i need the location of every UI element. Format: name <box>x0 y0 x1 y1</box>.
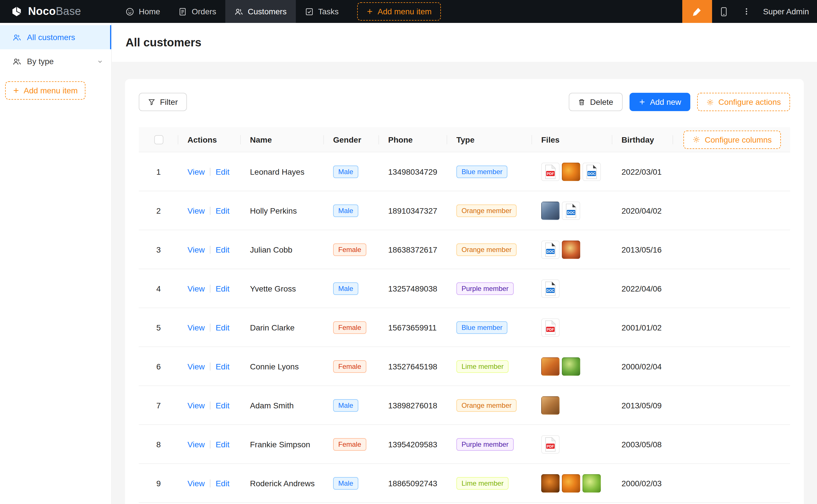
view-link[interactable]: View <box>187 284 205 293</box>
edit-link[interactable]: Edit <box>216 440 229 449</box>
row-index[interactable]: 5 <box>139 323 178 332</box>
ui-editor-button[interactable] <box>682 0 712 23</box>
column-header-birthday: Birthday <box>612 135 673 144</box>
nav-item-customers[interactable]: Customers <box>225 0 296 23</box>
image-thumbnail[interactable] <box>562 162 580 181</box>
image-thumbnail[interactable] <box>541 201 559 220</box>
image-thumbnail[interactable] <box>562 357 580 375</box>
row-index[interactable]: 8 <box>139 440 178 449</box>
view-link[interactable]: View <box>187 206 205 215</box>
edit-link[interactable]: Edit <box>216 479 229 488</box>
doc-icon: DOC <box>585 164 598 179</box>
image-thumbnail[interactable] <box>541 474 559 492</box>
nocobase-logo[interactable]: NocoBase <box>0 5 112 18</box>
image-thumbnail[interactable] <box>541 396 559 414</box>
nav-item-tasks[interactable]: Tasks <box>296 0 348 23</box>
edit-link[interactable]: Edit <box>216 323 229 332</box>
type-cell: Orange member <box>447 243 532 256</box>
select-all-checkbox[interactable] <box>154 135 163 144</box>
gender-cell: Male <box>324 477 379 489</box>
sidebar-add-menu-item-button[interactable]: Add menu item <box>5 81 85 100</box>
view-link[interactable]: View <box>187 323 205 332</box>
configure-columns-button[interactable]: Configure columns <box>684 130 781 149</box>
doc-file-thumbnail[interactable]: DOC <box>562 201 580 220</box>
delete-button[interactable]: Delete <box>569 93 623 111</box>
column-header-actions: Actions <box>178 135 241 144</box>
filter-icon <box>148 98 155 106</box>
row-index[interactable]: 9 <box>139 479 178 488</box>
gender-tag: Female <box>333 321 366 334</box>
filter-button[interactable]: Filter <box>139 93 187 111</box>
home-icon <box>125 7 134 16</box>
pdf-file-thumbnail[interactable]: PDF <box>541 162 559 181</box>
gender-tag: Female <box>333 243 366 256</box>
action-divider <box>210 362 211 370</box>
image-thumbnail[interactable] <box>562 240 580 259</box>
pdf-file-thumbnail[interactable]: PDF <box>541 435 559 453</box>
table-row: 8 ViewEdit Frankie Simpson Female 139542… <box>139 425 790 464</box>
pdf-file-thumbnail[interactable]: PDF <box>541 318 559 336</box>
row-index[interactable]: 7 <box>139 401 178 410</box>
view-link[interactable]: View <box>187 245 205 254</box>
kebab-menu-icon <box>743 7 751 15</box>
view-link[interactable]: View <box>187 167 205 176</box>
table-block-card: Filter Delete Add new <box>125 79 804 504</box>
view-link[interactable]: View <box>187 362 205 371</box>
image-thumbnail[interactable] <box>582 474 601 492</box>
edit-link[interactable]: Edit <box>216 167 229 176</box>
phone-cell: 18865092743 <box>379 479 447 488</box>
doc-file-thumbnail[interactable]: DOC <box>541 279 559 298</box>
row-index[interactable]: 3 <box>139 245 178 254</box>
gender-tag: Female <box>333 360 366 373</box>
phone-cell: 18638372617 <box>379 245 447 254</box>
name-cell: Adam Smith <box>241 401 324 410</box>
select-all-cell <box>139 135 178 144</box>
sidebar-item-all-customers[interactable]: All customers <box>0 25 111 49</box>
sidebar-item-by-type[interactable]: By type <box>0 49 111 73</box>
edit-link[interactable]: Edit <box>216 362 229 371</box>
row-index[interactable]: 2 <box>139 206 178 215</box>
birthday-cell: 2022/03/01 <box>612 167 673 176</box>
doc-file-thumbnail[interactable]: DOC <box>582 162 601 181</box>
orders-icon <box>178 7 187 16</box>
nav-item-home[interactable]: Home <box>116 0 169 23</box>
nav-add-menu-item-button[interactable]: Add menu item <box>357 2 441 21</box>
gender-tag: Male <box>333 477 358 489</box>
image-thumbnail[interactable] <box>541 357 559 375</box>
phone-cell: 13257489038 <box>379 284 447 293</box>
view-link[interactable]: View <box>187 440 205 449</box>
view-link[interactable]: View <box>187 401 205 410</box>
edit-link[interactable]: Edit <box>216 401 229 410</box>
action-divider <box>210 245 211 253</box>
configure-columns-label: Configure columns <box>705 135 772 144</box>
files-cell <box>532 474 612 492</box>
mobile-preview-button[interactable] <box>712 0 736 23</box>
name-cell: Yvette Gross <box>241 284 324 293</box>
row-index[interactable]: 1 <box>139 167 178 176</box>
doc-file-thumbnail[interactable]: DOC <box>541 240 559 259</box>
name-cell: Connie Lyons <box>241 362 324 371</box>
row-index[interactable]: 6 <box>139 362 178 371</box>
pdf-icon: PDF <box>543 164 557 179</box>
edit-link[interactable]: Edit <box>216 245 229 254</box>
edit-link[interactable]: Edit <box>216 284 229 293</box>
column-header-files: Files <box>532 135 612 144</box>
current-user-label[interactable]: Super Admin <box>763 7 809 16</box>
row-index[interactable]: 4 <box>139 284 178 293</box>
more-actions-button[interactable] <box>736 0 757 23</box>
type-cell: Purple member <box>447 438 532 450</box>
edit-link[interactable]: Edit <box>216 206 229 215</box>
add-new-button[interactable]: Add new <box>629 93 690 111</box>
configure-actions-button[interactable]: Configure actions <box>697 93 790 111</box>
image-thumbnail[interactable] <box>562 474 580 492</box>
svg-text:DOC: DOC <box>567 210 575 214</box>
action-divider <box>210 401 211 409</box>
filter-button-label: Filter <box>160 97 178 107</box>
birthday-cell: 2013/05/16 <box>612 245 673 254</box>
nav-item-orders[interactable]: Orders <box>169 0 226 23</box>
gender-cell: Female <box>324 243 379 256</box>
files-cell: DOC <box>532 279 612 298</box>
birthday-cell: 2022/04/06 <box>612 284 673 293</box>
view-link[interactable]: View <box>187 479 205 488</box>
member-type-tag: Orange member <box>456 399 517 412</box>
